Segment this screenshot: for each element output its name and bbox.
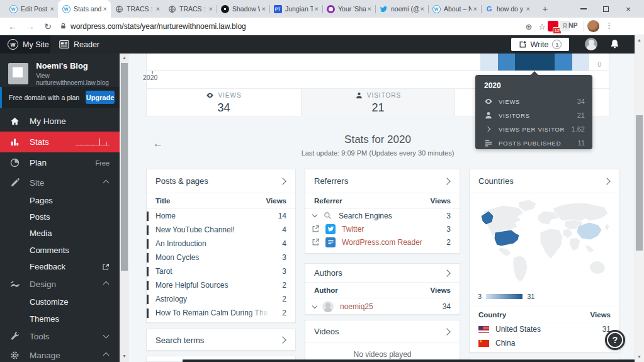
sidebar-item-site[interactable]: Site [0,173,120,192]
scroll-down-icon[interactable]: ▼ [635,354,644,359]
countries-table-header: Country Views [470,307,619,322]
post-row[interactable]: Home14 [147,209,295,223]
sidebar-site-card[interactable]: Noemi's Blog View nurturewithnoemi.law.b… [0,59,120,89]
post-row[interactable]: Tarot3 [147,264,295,278]
tooltip-row-views: VIEWS 34 [484,96,585,106]
sidebar-item-customize[interactable]: Customize [0,293,120,310]
chart-bar-segment[interactable] [498,54,515,71]
tab-close-icon[interactable]: × [421,5,424,13]
tab-close-icon[interactable]: × [526,5,530,13]
row-bar-indicator [147,239,149,249]
sidebar-item-media[interactable]: Media [0,225,120,242]
chevron-down-icon[interactable] [312,303,317,308]
country-row-china[interactable]: China [470,336,619,350]
reload-button[interactable]: ↻ [39,18,57,35]
sidebar-item-tools[interactable]: Tools [0,327,120,346]
post-row[interactable]: More Helpful Sources2 [147,278,295,292]
post-row[interactable]: Astrology2 [147,292,295,306]
search-terms-header[interactable]: Search terms [147,329,295,351]
chart-bar-segment-hovered[interactable] [515,54,555,71]
lock-icon [59,22,67,30]
browser-menu-icon[interactable]: ⋮ [605,21,613,30]
tab-close-icon[interactable]: × [315,5,319,13]
videos-header[interactable]: Videos [305,320,460,343]
browser-tab-tracs-2[interactable]: TRACS : M × [164,0,217,18]
reader-button[interactable]: Reader [53,35,106,54]
browser-tab-your-sha[interactable]: Your 'Sha × [322,0,375,18]
url-text[interactable]: wordpress.com/stats/year/nurturewithnoem… [71,22,246,31]
scroll-down-icon[interactable]: ▼ [120,354,129,358]
author-row[interactable]: noemiq25 34 [305,298,460,315]
sidebar-item-pages[interactable]: Pages [0,192,120,208]
summary-tab-visitors[interactable]: VISITORS 21 [301,88,455,117]
country-row-us[interactable]: United States 31 [470,322,619,336]
chart-bar-segment[interactable] [480,54,498,71]
sidebar-item-plan[interactable]: Plan Free [0,152,120,173]
browser-tab-stats-active[interactable]: W Stats and × [58,0,111,18]
referrer-row-search-engines[interactable]: Search Engines 3 [305,209,460,222]
sidebar-item-manage[interactable]: Manage [0,346,120,362]
summary-tab-views[interactable]: VIEWS 34 [147,88,301,117]
chevron-down-icon [103,332,110,338]
referrer-row-twitter[interactable]: Twitter 3 [305,222,460,235]
sidebar-item-design[interactable]: Design [0,275,120,293]
post-row[interactable]: How To Remain Calm During The 20202 [147,306,295,320]
upgrade-button[interactable]: Upgrade [86,91,115,104]
sidebar-item-feedback[interactable]: Feedback [0,258,120,275]
chevron-down-icon[interactable] [312,212,317,217]
chart-bar-segment[interactable] [572,54,589,71]
window-close-button[interactable]: × [618,0,639,18]
browser-tab-google-search[interactable]: G how do y × [481,0,534,18]
browser-tab-edit-post[interactable]: W Edit Post × [5,0,58,18]
sidebar-item-stats[interactable]: Stats [0,132,120,152]
tab-close-icon[interactable]: × [368,5,371,13]
browser-tab-jungian[interactable]: PT Jungian T × [269,0,322,18]
referrers-header[interactable]: Referrers [305,169,460,193]
browser-tab-about[interactable]: W About – N × [428,0,481,18]
tab-close-icon[interactable]: × [209,5,213,13]
help-button[interactable]: ? [605,330,625,350]
countries-header[interactable]: Countries [470,169,619,193]
sidebar-item-my-home[interactable]: My Home [0,111,120,132]
sidebar-scrollbar-thumb[interactable] [121,63,128,271]
tab-close-icon[interactable]: × [50,5,54,13]
chart-bar-segment[interactable] [555,54,572,71]
post-row[interactable]: Moon Cycles3 [147,251,295,264]
sidebar-item-posts[interactable]: Posts [0,208,120,225]
window-maximize-button[interactable] [595,0,616,18]
tab-close-icon[interactable]: × [103,5,107,13]
extension-np-icon[interactable]: NP [568,21,578,29]
sidebar-item-comments[interactable]: Comments [0,242,120,258]
post-row[interactable]: An Introduction4 [147,237,295,251]
scroll-up-icon[interactable]: ▲ [120,55,129,60]
scroll-up-icon[interactable]: ▲ [635,38,644,42]
referrer-row-wordpress-reader[interactable]: WordPress.com Reader 2 [305,235,460,249]
wp-profile-avatar[interactable] [585,38,597,50]
page-scrollbar-thumb[interactable] [636,115,643,251]
write-button[interactable]: Write 1 [511,38,569,51]
sidebar-item-themes[interactable]: Themes [0,310,120,327]
tooltip-caret [530,71,539,76]
back-button[interactable]: ← [4,18,21,35]
extension-pinterest-icon[interactable]: 12 [548,21,558,31]
new-tab-button[interactable]: + [539,3,551,15]
window-minimize-button[interactable] [573,0,594,18]
external-link-icon[interactable] [312,225,320,233]
posts-pages-header[interactable]: Posts & pages [147,169,295,193]
external-link-icon[interactable] [312,238,320,246]
forward-button[interactable]: → [21,18,39,35]
authors-header[interactable]: Authors [305,264,460,283]
my-site-button[interactable]: W My Site [0,35,50,54]
browser-profile-avatar[interactable] [587,20,599,32]
browser-tab-twitter[interactable]: noemi (@ × [375,0,428,18]
site-url-link[interactable]: View nurturewithnoemi.law.blog [36,72,120,86]
tab-close-icon[interactable]: × [473,5,477,13]
world-map[interactable] [477,197,612,288]
tab-close-icon[interactable]: × [156,5,160,13]
chevron-right-icon [443,178,450,184]
browser-tab-shadow[interactable]: Shadow W × [217,0,269,18]
tab-close-icon[interactable]: × [262,5,266,13]
browser-tab-tracs-1[interactable]: TRACS : M × [111,0,164,18]
post-row[interactable]: New YouTube Channel!4 [147,223,295,237]
notifications-bell-icon[interactable] [609,38,620,49]
